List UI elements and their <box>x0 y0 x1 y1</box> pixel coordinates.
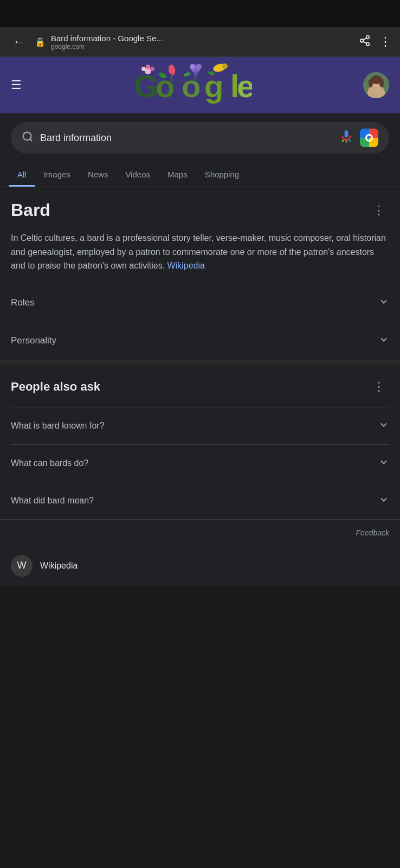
personality-chevron-icon <box>378 334 389 348</box>
svg-rect-39 <box>349 141 351 142</box>
share-button[interactable] <box>359 35 371 49</box>
hamburger-menu[interactable]: ☰ <box>11 78 22 92</box>
panel-description: In Celtic cultures, a bard is a professi… <box>11 231 389 273</box>
paa-question-text-2: What can bards do? <box>11 458 88 468</box>
tab-images[interactable]: Images <box>35 162 79 187</box>
tab-videos[interactable]: Videos <box>117 162 159 187</box>
svg-point-1 <box>360 39 364 42</box>
wikipedia-link[interactable]: Wikipedia <box>167 261 205 270</box>
wikipedia-icon: W <box>11 555 33 577</box>
google-lens-button[interactable] <box>360 129 378 147</box>
paa-question-text-1: What is bard known for? <box>11 421 105 431</box>
feedback-button[interactable]: Feedback <box>356 528 389 537</box>
personality-expand-row[interactable]: Personality <box>11 322 389 360</box>
avatar[interactable] <box>363 72 389 98</box>
voice-search-button[interactable] <box>339 129 353 146</box>
paa-header: People also ask ⋮ <box>11 378 389 396</box>
wikipedia-label: Wikipedia <box>40 561 78 571</box>
paa-question-3[interactable]: What did bard mean? <box>11 482 389 519</box>
svg-text:e: e <box>237 68 252 104</box>
search-icon <box>22 131 34 145</box>
browser-bar: ← 🔒 Bard information - Google Se... goog… <box>0 27 400 57</box>
svg-point-0 <box>366 35 370 39</box>
url-area[interactable]: Bard information - Google Se... google.c… <box>51 34 353 50</box>
paa-title: People also ask <box>11 380 100 394</box>
tab-news[interactable]: News <box>79 162 117 187</box>
tab-all[interactable]: All <box>9 162 35 187</box>
tabs-bar: All Images News Videos Maps Shopping <box>0 162 400 187</box>
roles-expand-row[interactable]: Roles <box>11 284 389 322</box>
paa-question-text-3: What did bard mean? <box>11 496 94 506</box>
paa-more-options[interactable]: ⋮ <box>369 378 389 396</box>
paa-chevron-1 <box>378 419 389 432</box>
svg-point-2 <box>366 42 370 46</box>
main-content: Bard ⋮ In Celtic cultures, a bard is a p… <box>0 187 400 585</box>
svg-rect-12 <box>171 73 172 81</box>
svg-text:o: o <box>182 68 201 104</box>
svg-line-35 <box>30 139 32 141</box>
search-box[interactable]: Bard information <box>11 122 389 154</box>
back-button[interactable]: ← <box>9 33 29 51</box>
search-query[interactable]: Bard information <box>40 132 333 144</box>
svg-point-21 <box>222 63 228 69</box>
paa-chevron-2 <box>378 457 389 470</box>
page-title: Bard information - Google Se... <box>51 34 353 43</box>
svg-point-16 <box>196 64 202 69</box>
panel-title: Bard <box>11 200 50 220</box>
people-also-ask-section: People also ask ⋮ What is bard known for… <box>0 360 400 519</box>
svg-rect-36 <box>345 130 349 137</box>
svg-point-9 <box>141 67 146 71</box>
google-header: ☰ G o o g <box>0 57 400 113</box>
svg-point-15 <box>190 64 195 69</box>
svg-point-7 <box>146 65 150 69</box>
roles-chevron-icon <box>378 296 389 310</box>
search-area: Bard information <box>0 113 400 162</box>
domain-label: google.com <box>51 43 353 50</box>
svg-rect-38 <box>345 141 347 142</box>
more-options-button[interactable]: ⋮ <box>379 35 391 49</box>
svg-point-8 <box>150 67 154 71</box>
paa-question-1[interactable]: What is bard known for? <box>11 407 389 444</box>
svg-point-33 <box>379 79 384 87</box>
personality-label: Personality <box>11 335 56 346</box>
browser-actions: ⋮ <box>359 35 391 49</box>
roles-label: Roles <box>11 297 34 308</box>
paa-chevron-3 <box>378 494 389 507</box>
google-doodle: G o o g l e <box>22 63 363 107</box>
svg-line-3 <box>363 41 366 43</box>
svg-point-34 <box>23 132 31 140</box>
svg-rect-18 <box>195 74 196 81</box>
lock-icon: 🔒 <box>35 37 46 47</box>
feedback-row: Feedback <box>0 519 400 546</box>
wikipedia-preview[interactable]: W Wikipedia <box>0 546 400 585</box>
tab-shopping[interactable]: Shopping <box>196 162 248 187</box>
svg-line-4 <box>363 37 366 40</box>
svg-rect-37 <box>341 141 344 142</box>
panel-header: Bard ⋮ <box>11 200 389 220</box>
status-bar <box>0 0 400 27</box>
panel-more-options[interactable]: ⋮ <box>369 201 389 220</box>
knowledge-panel: Bard ⋮ In Celtic cultures, a bard is a p… <box>0 187 400 360</box>
svg-point-32 <box>369 79 373 87</box>
tab-maps[interactable]: Maps <box>159 162 196 187</box>
paa-question-2[interactable]: What can bards do? <box>11 444 389 482</box>
